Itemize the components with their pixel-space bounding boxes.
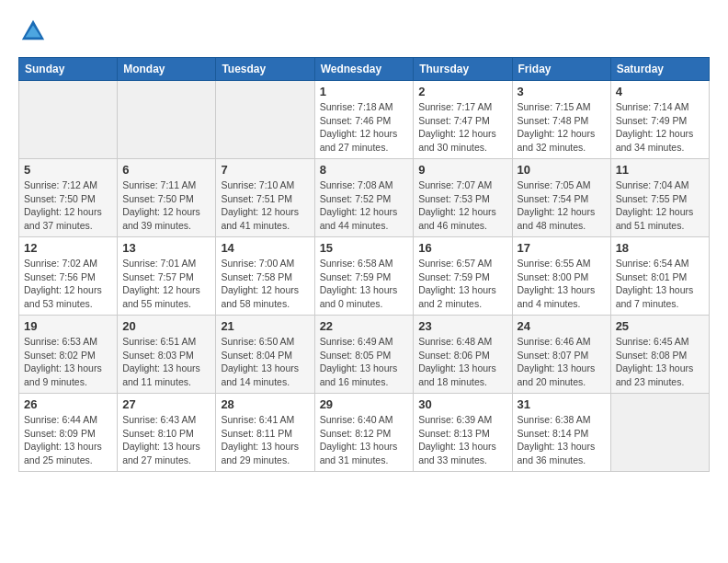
day-info: Sunrise: 6:53 AM Sunset: 8:02 PM Dayligh… — [24, 335, 112, 389]
weekday-header-friday: Friday — [512, 58, 610, 81]
day-number: 28 — [221, 397, 309, 411]
day-info: Sunrise: 6:49 AM Sunset: 8:05 PM Dayligh… — [320, 335, 409, 389]
day-info: Sunrise: 7:12 AM Sunset: 7:50 PM Dayligh… — [24, 178, 112, 233]
day-info: Sunrise: 6:48 AM Sunset: 8:06 PM Dayligh… — [418, 335, 506, 389]
day-info: Sunrise: 6:44 AM Sunset: 8:09 PM Dayligh… — [24, 413, 112, 467]
week-row-3: 12Sunrise: 7:02 AM Sunset: 7:56 PM Dayli… — [19, 237, 710, 316]
day-info: Sunrise: 6:43 AM Sunset: 8:10 PM Dayligh… — [122, 413, 210, 467]
day-number: 14 — [221, 241, 309, 255]
day-info: Sunrise: 6:39 AM Sunset: 8:13 PM Dayligh… — [418, 413, 506, 467]
day-info: Sunrise: 7:01 AM Sunset: 7:57 PM Dayligh… — [122, 257, 210, 311]
day-number: 10 — [518, 163, 606, 177]
calendar-cell: 18Sunrise: 6:54 AM Sunset: 8:01 PM Dayli… — [610, 237, 709, 316]
calendar-cell: 29Sunrise: 6:40 AM Sunset: 8:12 PM Dayli… — [314, 394, 414, 472]
calendar-cell: 30Sunrise: 6:39 AM Sunset: 8:13 PM Dayli… — [414, 394, 512, 472]
calendar-cell: 19Sunrise: 6:53 AM Sunset: 8:02 PM Dayli… — [19, 316, 118, 394]
day-info: Sunrise: 7:17 AM Sunset: 7:47 PM Dayligh… — [418, 100, 506, 155]
day-number: 7 — [221, 163, 309, 177]
day-number: 8 — [320, 163, 409, 177]
weekday-header-saturday: Saturday — [610, 58, 709, 81]
day-info: Sunrise: 7:04 AM Sunset: 7:55 PM Dayligh… — [616, 178, 704, 233]
calendar-cell: 20Sunrise: 6:51 AM Sunset: 8:03 PM Dayli… — [118, 316, 216, 394]
day-number: 25 — [616, 319, 704, 333]
calendar-cell: 26Sunrise: 6:44 AM Sunset: 8:09 PM Dayli… — [19, 394, 118, 472]
day-number: 19 — [24, 319, 112, 333]
day-info: Sunrise: 6:50 AM Sunset: 8:04 PM Dayligh… — [221, 335, 309, 389]
day-number: 20 — [122, 319, 210, 333]
calendar-cell: 31Sunrise: 6:38 AM Sunset: 8:14 PM Dayli… — [512, 394, 610, 472]
day-number: 6 — [122, 163, 210, 177]
day-number: 9 — [418, 163, 506, 177]
calendar-cell: 10Sunrise: 7:05 AM Sunset: 7:54 PM Dayli… — [512, 159, 610, 237]
calendar-cell: 24Sunrise: 6:46 AM Sunset: 8:07 PM Dayli… — [512, 316, 610, 394]
day-number: 23 — [418, 319, 506, 333]
day-info: Sunrise: 6:38 AM Sunset: 8:14 PM Dayligh… — [518, 413, 606, 467]
calendar-cell: 3Sunrise: 7:15 AM Sunset: 7:48 PM Daylig… — [512, 81, 610, 159]
day-info: Sunrise: 7:14 AM Sunset: 7:49 PM Dayligh… — [616, 100, 704, 155]
day-info: Sunrise: 6:55 AM Sunset: 8:00 PM Dayligh… — [518, 257, 606, 311]
calendar-cell: 17Sunrise: 6:55 AM Sunset: 8:00 PM Dayli… — [512, 237, 610, 316]
day-number: 24 — [518, 319, 606, 333]
day-info: Sunrise: 6:46 AM Sunset: 8:07 PM Dayligh… — [518, 335, 606, 389]
day-info: Sunrise: 6:40 AM Sunset: 8:12 PM Dayligh… — [320, 413, 409, 467]
day-info: Sunrise: 7:05 AM Sunset: 7:54 PM Dayligh… — [518, 178, 606, 233]
day-info: Sunrise: 6:57 AM Sunset: 7:59 PM Dayligh… — [418, 257, 506, 311]
day-number: 22 — [320, 319, 409, 333]
weekday-header-thursday: Thursday — [414, 58, 512, 81]
calendar-cell — [610, 394, 709, 472]
day-number: 21 — [221, 319, 309, 333]
calendar-cell: 11Sunrise: 7:04 AM Sunset: 7:55 PM Dayli… — [610, 159, 709, 237]
day-info: Sunrise: 7:11 AM Sunset: 7:50 PM Dayligh… — [122, 178, 210, 233]
calendar-cell: 1Sunrise: 7:18 AM Sunset: 7:46 PM Daylig… — [314, 81, 414, 159]
day-number: 12 — [24, 241, 112, 255]
day-number: 13 — [122, 241, 210, 255]
day-info: Sunrise: 6:58 AM Sunset: 7:59 PM Dayligh… — [320, 257, 409, 311]
calendar-cell — [19, 81, 118, 159]
day-info: Sunrise: 7:00 AM Sunset: 7:58 PM Dayligh… — [221, 257, 309, 311]
day-number: 17 — [518, 241, 606, 255]
calendar-cell — [118, 81, 216, 159]
logo — [18, 18, 46, 48]
day-info: Sunrise: 6:45 AM Sunset: 8:08 PM Dayligh… — [616, 335, 704, 389]
day-info: Sunrise: 7:15 AM Sunset: 7:48 PM Dayligh… — [518, 100, 606, 155]
calendar-cell: 27Sunrise: 6:43 AM Sunset: 8:10 PM Dayli… — [118, 394, 216, 472]
day-number: 27 — [122, 397, 210, 411]
calendar-cell: 16Sunrise: 6:57 AM Sunset: 7:59 PM Dayli… — [414, 237, 512, 316]
day-info: Sunrise: 7:10 AM Sunset: 7:51 PM Dayligh… — [221, 178, 309, 233]
day-number: 16 — [418, 241, 506, 255]
day-number: 29 — [320, 397, 409, 411]
calendar-cell: 4Sunrise: 7:14 AM Sunset: 7:49 PM Daylig… — [610, 81, 709, 159]
day-number: 31 — [518, 397, 606, 411]
logo-icon — [20, 18, 46, 44]
calendar-cell: 14Sunrise: 7:00 AM Sunset: 7:58 PM Dayli… — [216, 237, 314, 316]
calendar-cell: 8Sunrise: 7:08 AM Sunset: 7:52 PM Daylig… — [314, 159, 414, 237]
day-number: 2 — [418, 85, 506, 98]
calendar-cell: 7Sunrise: 7:10 AM Sunset: 7:51 PM Daylig… — [216, 159, 314, 237]
calendar-cell: 12Sunrise: 7:02 AM Sunset: 7:56 PM Dayli… — [19, 237, 118, 316]
day-info: Sunrise: 7:02 AM Sunset: 7:56 PM Dayligh… — [24, 257, 112, 311]
week-row-1: 1Sunrise: 7:18 AM Sunset: 7:46 PM Daylig… — [19, 81, 710, 159]
day-number: 3 — [518, 85, 606, 98]
calendar-cell: 23Sunrise: 6:48 AM Sunset: 8:06 PM Dayli… — [414, 316, 512, 394]
day-number: 11 — [616, 163, 704, 177]
calendar-table: SundayMondayTuesdayWednesdayThursdayFrid… — [18, 57, 710, 472]
calendar-cell: 21Sunrise: 6:50 AM Sunset: 8:04 PM Dayli… — [216, 316, 314, 394]
calendar-cell: 25Sunrise: 6:45 AM Sunset: 8:08 PM Dayli… — [610, 316, 709, 394]
weekday-header-wednesday: Wednesday — [314, 58, 414, 81]
day-number: 26 — [24, 397, 112, 411]
day-number: 1 — [320, 85, 409, 98]
calendar-cell: 5Sunrise: 7:12 AM Sunset: 7:50 PM Daylig… — [19, 159, 118, 237]
calendar-cell: 9Sunrise: 7:07 AM Sunset: 7:53 PM Daylig… — [414, 159, 512, 237]
calendar-cell — [216, 81, 314, 159]
calendar-cell: 28Sunrise: 6:41 AM Sunset: 8:11 PM Dayli… — [216, 394, 314, 472]
weekday-header-tuesday: Tuesday — [216, 58, 314, 81]
calendar-cell: 22Sunrise: 6:49 AM Sunset: 8:05 PM Dayli… — [314, 316, 414, 394]
week-row-4: 19Sunrise: 6:53 AM Sunset: 8:02 PM Dayli… — [19, 316, 710, 394]
calendar-cell: 13Sunrise: 7:01 AM Sunset: 7:57 PM Dayli… — [118, 237, 216, 316]
day-info: Sunrise: 6:51 AM Sunset: 8:03 PM Dayligh… — [122, 335, 210, 389]
week-row-5: 26Sunrise: 6:44 AM Sunset: 8:09 PM Dayli… — [19, 394, 710, 472]
week-row-2: 5Sunrise: 7:12 AM Sunset: 7:50 PM Daylig… — [19, 159, 710, 237]
calendar-cell: 6Sunrise: 7:11 AM Sunset: 7:50 PM Daylig… — [118, 159, 216, 237]
day-number: 15 — [320, 241, 409, 255]
weekday-header-monday: Monday — [118, 58, 216, 81]
